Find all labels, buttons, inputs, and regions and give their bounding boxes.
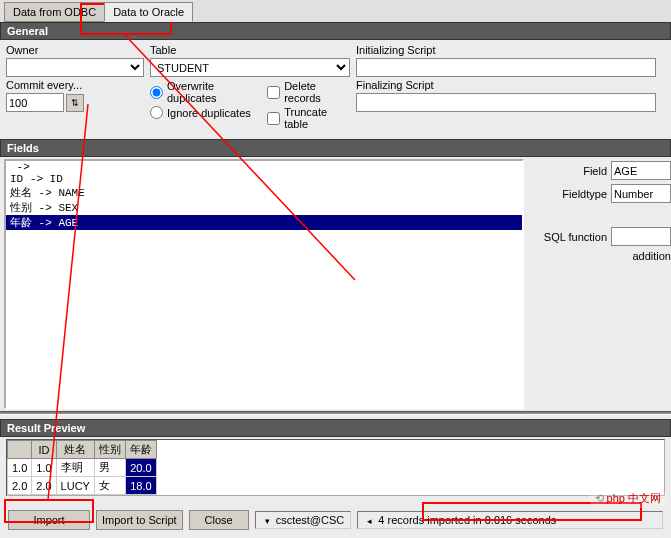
table-header-row: ID 姓名 性别 年龄 [8,441,157,459]
tab-data-from-odbc[interactable]: Data from ODBC [4,2,105,22]
section-header-result: Result Preview [0,419,671,437]
truncate-label: Truncate table [284,106,350,130]
list-item[interactable]: 性别 -> SEX [6,200,522,215]
delete-checkbox[interactable] [267,86,280,99]
result-table: ID 姓名 性别 年龄 1.0 1.0 李明 男 20.0 2.0 2.0 LU… [6,439,665,496]
overwrite-radio[interactable] [150,86,163,99]
section-header-general: General [0,22,671,40]
delete-label: Delete records [284,80,350,104]
import-button[interactable]: Import [8,510,90,530]
field-label: Field [583,165,607,177]
ignore-label: Ignore duplicates [167,107,251,119]
watermark: ⟲ php 中文网 [589,489,667,508]
close-button[interactable]: Close [189,510,249,530]
table-row[interactable]: 1.0 1.0 李明 男 20.0 [8,459,157,477]
final-script-label: Finalizing Script [356,79,656,91]
import-script-button[interactable]: Import to Script [96,510,183,530]
sql-function-input[interactable] [611,227,671,246]
fieldtype-input[interactable] [611,184,671,203]
table-label: Table [150,44,350,56]
status-icon: ◂ [364,516,375,526]
truncate-checkbox[interactable] [267,112,280,125]
field-input[interactable] [611,161,671,180]
section-header-fields: Fields [0,139,671,157]
import-status: ◂ 4 records imported in 0.016 seconds [357,511,663,529]
bottom-toolbar: Import Import to Script Close ▾ csctest@… [0,506,671,534]
field-properties: Field Fieldtype SQL function addition [528,157,671,411]
commit-picker-button[interactable]: ⇅ [66,94,84,112]
table-row[interactable]: 2.0 2.0 LUCY 女 18.0 [8,477,157,495]
init-script-input[interactable] [356,58,656,77]
list-item-selected[interactable]: 年龄 -> AGE [6,215,522,230]
additional-label: addition [632,250,671,262]
init-script-label: Initializing Script [356,44,656,56]
col-name: 姓名 [56,441,94,459]
fields-list[interactable]: -> ID -> ID 姓名 -> NAME 性别 -> SEX 年龄 -> A… [4,159,524,409]
commit-label: Commit every... [6,79,144,91]
connection-status: ▾ csctest@CSC [255,511,352,529]
table-select[interactable]: STUDENT [150,58,350,77]
list-item[interactable]: -> [6,161,522,173]
general-panel: Owner Commit every... ⇅ Table STUDENT Ov… [0,40,671,139]
list-item[interactable]: ID -> ID [6,173,522,185]
owner-label: Owner [6,44,144,56]
fields-panel: -> ID -> ID 姓名 -> NAME 性别 -> SEX 年龄 -> A… [0,157,671,411]
col-sex: 性别 [94,441,125,459]
overwrite-label: Overwrite duplicates [167,80,259,104]
tab-bar: Data from ODBC Data to Oracle [0,0,671,22]
commit-input[interactable] [6,93,64,112]
final-script-input[interactable] [356,93,656,112]
divider [0,411,671,415]
col-id: ID [32,441,56,459]
owner-select[interactable] [6,58,144,77]
list-item[interactable]: 姓名 -> NAME [6,185,522,200]
col-blank [8,441,32,459]
ignore-radio[interactable] [150,106,163,119]
dropdown-icon[interactable]: ▾ [262,516,273,526]
col-age: 年龄 [125,441,156,459]
sql-function-label: SQL function [544,231,607,243]
fieldtype-label: Fieldtype [562,188,607,200]
tab-data-to-oracle[interactable]: Data to Oracle [104,2,193,22]
